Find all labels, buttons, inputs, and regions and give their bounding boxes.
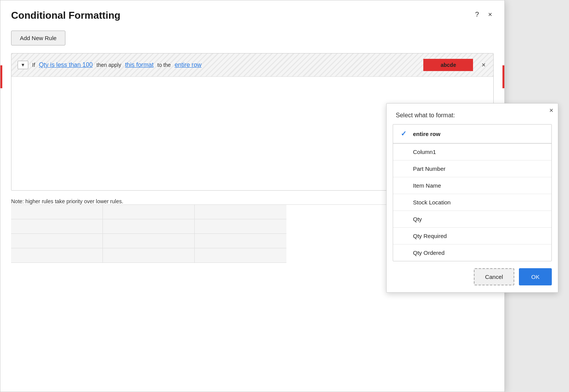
grid-cell (103, 205, 195, 219)
grid-cell (195, 219, 286, 234)
grid-cell (11, 234, 103, 248)
format-option-label: Qty Required (413, 233, 447, 239)
format-option-column1[interactable]: Column1 (393, 144, 551, 160)
rule-condition-link[interactable]: Qty is less than 100 (39, 62, 93, 68)
format-option-label: Column1 (413, 149, 436, 155)
dialog-header: Conditional Formatting ? × (0, 0, 504, 28)
grid-cell (103, 219, 195, 234)
format-option-label: Qty Ordered (413, 249, 445, 256)
sub-dialog-close-button[interactable]: × (549, 107, 553, 115)
checkmark-icon: ✓ (401, 130, 408, 138)
format-option-label: Stock Location (413, 199, 450, 206)
grid-cell (195, 234, 286, 248)
rule-format-link[interactable]: this format (125, 62, 154, 68)
sub-dialog-label: Select what to format: (387, 104, 558, 124)
grid-cell (195, 248, 286, 263)
rule-then-text: then apply (96, 62, 121, 68)
grid-cell (103, 248, 195, 263)
left-accent-bar (0, 65, 2, 88)
rule-expand-button[interactable]: ▼ (18, 61, 28, 69)
rule-row: ▼ If Qty is less than 100 then apply thi… (11, 53, 493, 77)
grid-cell (103, 234, 195, 248)
format-option-label: entire row (413, 131, 441, 137)
rule-close-button[interactable]: × (480, 61, 487, 69)
sub-dialog-footer: Cancel OK (387, 261, 558, 292)
format-option-label: Item Name (413, 182, 441, 189)
grid-cell (195, 205, 286, 219)
right-accent-bar (502, 65, 504, 88)
grid-cell (11, 219, 103, 234)
format-option-part-number[interactable]: Part Number (393, 160, 551, 177)
format-option-qty-required[interactable]: Qty Required (393, 228, 551, 245)
grid-cell (11, 205, 103, 219)
rule-to-text: to the (158, 62, 171, 68)
format-options-list: ✓ entire row Column1 Part Number Item Na… (393, 124, 552, 261)
dialog-title: Conditional Formatting (11, 10, 120, 21)
cancel-button[interactable]: Cancel (474, 268, 515, 285)
format-option-qty-ordered[interactable]: Qty Ordered (393, 245, 551, 261)
rule-target-link[interactable]: entire row (175, 62, 202, 68)
format-option-label: Part Number (413, 165, 445, 172)
grid-cell (11, 248, 103, 263)
format-option-item-name[interactable]: Item Name (393, 177, 551, 194)
rule-if-text: If (32, 62, 35, 68)
format-option-qty[interactable]: Qty (393, 211, 551, 228)
sub-dialog: × Select what to format: ✓ entire row Co… (386, 103, 558, 293)
rule-format-preview[interactable]: abcde (423, 59, 473, 71)
add-new-rule-button[interactable]: Add New Rule (11, 31, 65, 45)
format-option-label: Qty (413, 216, 422, 222)
header-icons: ? × (473, 10, 494, 19)
main-close-button[interactable]: × (486, 10, 494, 19)
format-option-entire-row[interactable]: ✓ entire row (393, 125, 551, 143)
format-option-stock-location[interactable]: Stock Location (393, 194, 551, 211)
ok-button[interactable]: OK (519, 268, 552, 285)
help-button[interactable]: ? (473, 10, 480, 19)
